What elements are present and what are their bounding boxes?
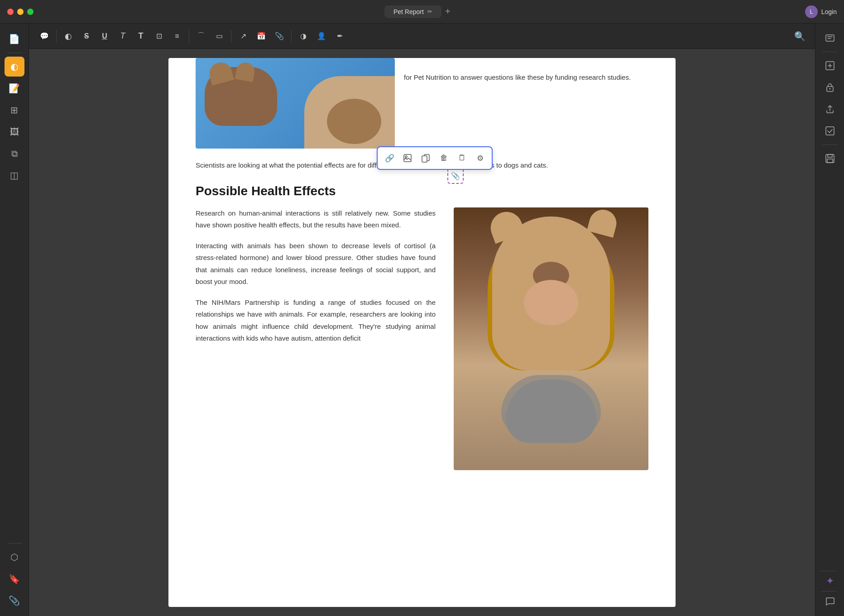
export-button[interactable] <box>821 57 839 75</box>
document-page: for Pet Nutrition to answer questions li… <box>168 58 676 607</box>
text-box-button[interactable]: ⊡ <box>151 28 167 44</box>
sidebar-bottom: ⬡ 🔖 📎 <box>5 541 24 611</box>
strikethrough-button[interactable]: S <box>78 28 95 44</box>
two-col-section: Research on human-animal interactions is… <box>196 207 648 470</box>
right-divider-4 <box>821 591 835 592</box>
floating-delete-button[interactable]: 🗑 <box>436 150 452 166</box>
curve-button[interactable]: ⌒ <box>193 28 209 44</box>
svg-rect-11 <box>827 159 833 163</box>
floating-image-button[interactable] <box>399 150 416 166</box>
tab-label: Pet Report <box>393 8 424 15</box>
paperclip-icon: 📎 <box>9 595 20 606</box>
floating-toolbar: 🔗 🗑 🗒 <box>377 146 493 170</box>
sidebar-divider-bottom <box>7 543 22 544</box>
right-divider-2 <box>823 144 837 145</box>
user-button[interactable]: 👤 <box>313 28 330 44</box>
svg-rect-3 <box>422 156 427 162</box>
document-icon: 📄 <box>9 34 20 44</box>
paragraph-1: Research on human-animal interactions is… <box>196 207 436 231</box>
svg-rect-10 <box>828 154 832 157</box>
right-bottom: ✦ <box>821 570 839 611</box>
svg-rect-0 <box>404 154 411 162</box>
sidebar-icon-paperclip[interactable]: 📎 <box>5 591 24 611</box>
paragraph-3: The NIH/Mars Partnership is funding a ra… <box>196 297 436 344</box>
toolbar-divider-1 <box>56 30 57 43</box>
svg-rect-8 <box>826 127 834 135</box>
save-button[interactable] <box>821 149 839 168</box>
toolbar-divider-3 <box>231 30 231 43</box>
top-text-content: for Pet Nutrition to answer questions li… <box>404 73 631 81</box>
minimize-button[interactable] <box>17 9 24 15</box>
sidebar-icon-table[interactable]: ⊞ <box>5 100 24 120</box>
section-heading: Possible Health Effects <box>196 184 648 198</box>
edit-icon[interactable]: ✏ <box>427 8 432 15</box>
sidebar-icon-highlight[interactable]: ◐ <box>5 57 24 77</box>
svg-point-1 <box>405 156 407 158</box>
login-area: L Login <box>805 5 837 18</box>
scientists-text-content: Scientists are looking at what the poten… <box>196 161 548 169</box>
document-area: for Pet Nutrition to answer questions li… <box>29 49 815 616</box>
share-button[interactable] <box>821 100 839 118</box>
bookmark-icon: 🔖 <box>9 573 20 584</box>
list-button[interactable]: ≡ <box>169 28 185 44</box>
sidebar-icon-layers[interactable]: ◫ <box>5 165 24 185</box>
floating-link-button[interactable]: 🔗 <box>381 150 398 166</box>
comment-button[interactable]: 💬 <box>36 28 53 44</box>
text-serif-button[interactable]: T <box>115 28 131 44</box>
paragraph-2: Interacting with animals has been shown … <box>196 240 436 288</box>
chat-button[interactable] <box>821 592 839 611</box>
traffic-lights <box>7 9 34 15</box>
table-icon: ⊞ <box>10 105 18 116</box>
sidebar-icon-copy[interactable]: ⧉ <box>5 144 24 164</box>
floating-settings-button[interactable]: ⚙ <box>472 150 488 166</box>
layers-icon: ◫ <box>10 170 19 181</box>
left-sidebar: 📄 ◐ 📝 ⊞ 🖼 ⧉ ◫ ⬡ 🔖 � <box>0 24 29 616</box>
ocr-button[interactable] <box>821 29 839 47</box>
right-divider-1 <box>823 52 837 52</box>
close-button[interactable] <box>7 9 14 15</box>
shape-button[interactable]: ▭ <box>211 28 227 44</box>
sidebar-icon-layers-bottom[interactable]: ⬡ <box>5 547 24 567</box>
toolbar: 💬 ◐ S U T T ⊡ ≡ ⌒ ▭ ↗ 📅 📎 ◑ 👤 ✒ 🔍 <box>29 24 815 49</box>
avatar: L <box>805 5 818 18</box>
layers-bottom-icon: ⬡ <box>10 552 18 563</box>
notes-icon: 📝 <box>9 83 20 94</box>
titlebar: Pet Report ✏ + L Login <box>0 0 844 24</box>
arrow-button[interactable]: ↗ <box>235 28 251 44</box>
attach-button[interactable]: 📎 <box>271 28 288 44</box>
search-button[interactable]: 🔍 <box>791 28 808 44</box>
tab-area: Pet Report ✏ + <box>39 5 800 18</box>
add-tab-button[interactable]: + <box>441 5 454 18</box>
copy-icon: ⧉ <box>11 149 18 159</box>
top-text-right: for Pet Nutrition to answer questions li… <box>404 58 648 83</box>
right-divider-3 <box>821 571 835 571</box>
toolbar-divider-4 <box>291 30 292 43</box>
underline-button[interactable]: U <box>96 28 113 44</box>
svg-point-7 <box>829 88 830 90</box>
fullscreen-button[interactable] <box>27 9 34 15</box>
sidebar-divider <box>7 53 22 53</box>
ai-button[interactable]: ✦ <box>821 572 839 590</box>
sidebar-icon-notes[interactable]: 📝 <box>5 78 24 98</box>
secure-button[interactable] <box>821 78 839 96</box>
floating-note-button[interactable]: 🗒 <box>454 150 470 166</box>
check-button[interactable] <box>821 122 839 140</box>
sidebar-icon-document[interactable]: 📄 <box>5 29 24 49</box>
dog-cat-image <box>454 207 648 470</box>
circle-half-button[interactable]: ◑ <box>295 28 312 44</box>
pet-image-top <box>196 58 395 149</box>
main-content: 💬 ◐ S U T T ⊡ ≡ ⌒ ▭ ↗ 📅 📎 ◑ 👤 ✒ 🔍 <box>29 24 815 616</box>
floating-copy-button[interactable] <box>417 150 434 166</box>
login-label[interactable]: Login <box>821 8 837 15</box>
sidebar-icon-bookmark[interactable]: 🔖 <box>5 569 24 589</box>
image-icon: 🖼 <box>10 127 19 137</box>
app-body: 📄 ◐ 📝 ⊞ 🖼 ⧉ ◫ ⬡ 🔖 � <box>0 24 844 616</box>
calendar-button[interactable]: 📅 <box>253 28 269 44</box>
toolbar-divider-2 <box>189 30 189 43</box>
active-tab[interactable]: Pet Report ✏ <box>384 5 441 18</box>
pen-nib-button[interactable]: ✒ <box>331 28 348 44</box>
top-image-area: for Pet Nutrition to answer questions li… <box>196 58 648 149</box>
text-sans-button[interactable]: T <box>133 28 149 44</box>
highlight-button[interactable]: ◐ <box>60 28 77 44</box>
sidebar-icon-image[interactable]: 🖼 <box>5 122 24 142</box>
